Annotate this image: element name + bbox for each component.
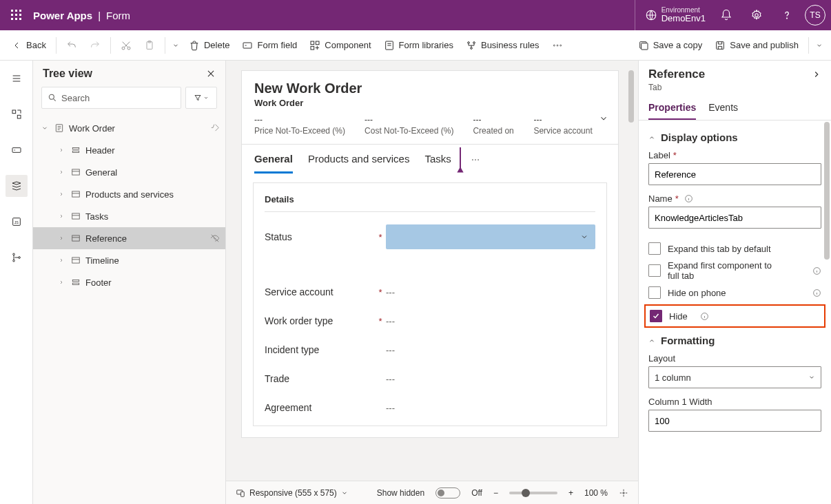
- waffle-icon[interactable]: [6, 4, 28, 26]
- col1-width-input[interactable]: [648, 410, 821, 432]
- business-rules-button[interactable]: Business rules: [460, 34, 545, 56]
- canvas-scrollbar[interactable]: [628, 70, 634, 475]
- tree-item-products[interactable]: Products and services: [33, 183, 225, 205]
- component-button[interactable]: Component: [304, 34, 376, 56]
- form-tab-tasks[interactable]: Tasks: [424, 146, 451, 174]
- stat-value: ---: [365, 115, 453, 125]
- field-value: ---: [386, 287, 595, 297]
- form-preview[interactable]: New Work Order Work Order ---Price Not-T…: [241, 70, 619, 438]
- responsive-label: Responsive (555 x 575): [249, 488, 337, 498]
- check-expand-first[interactable]: Expand first component to full tab: [648, 260, 821, 281]
- rail-js-icon[interactable]: JS: [6, 211, 28, 233]
- svg-point-11: [787, 18, 788, 19]
- svg-point-21: [468, 41, 470, 43]
- tree-root-action-icon[interactable]: [210, 123, 220, 133]
- tree-filter-button[interactable]: [185, 87, 217, 109]
- info-icon[interactable]: [812, 266, 821, 275]
- svg-rect-3: [11, 14, 13, 16]
- section-details[interactable]: Details Status * Service account*--- Wor…: [253, 182, 607, 426]
- back-button[interactable]: Back: [6, 34, 52, 56]
- save-menu-caret[interactable]: [813, 34, 825, 56]
- svg-rect-46: [72, 258, 80, 263]
- info-icon[interactable]: [700, 312, 709, 321]
- stat-value: ---: [254, 115, 345, 125]
- label-input[interactable]: [648, 163, 821, 185]
- props-tab-events[interactable]: Events: [708, 95, 738, 120]
- field-agreement[interactable]: Agreement---: [265, 402, 595, 413]
- zoom-slider[interactable]: [509, 492, 557, 494]
- help-icon[interactable]: [772, 0, 802, 30]
- info-icon[interactable]: [812, 288, 821, 297]
- zoom-in-button[interactable]: +: [568, 488, 573, 498]
- status-dropdown[interactable]: [386, 224, 595, 249]
- form-tab-general[interactable]: General: [254, 146, 293, 174]
- group-display-options[interactable]: Display options: [648, 132, 821, 143]
- rail-rules-icon[interactable]: [6, 246, 28, 269]
- delete-button[interactable]: Delete: [183, 34, 236, 56]
- layout-select[interactable]: 1 column: [648, 366, 821, 388]
- props-collapse-icon[interactable]: [812, 70, 821, 79]
- rail-form-field-icon[interactable]: [6, 139, 28, 161]
- notifications-icon[interactable]: [711, 0, 741, 30]
- props-tab-properties[interactable]: Properties: [648, 95, 696, 120]
- fit-to-screen-icon[interactable]: [619, 488, 628, 498]
- check-expand-default[interactable]: Expand this tab by default: [648, 242, 821, 255]
- environment-picker[interactable]: Environment DemoEnv1: [635, 0, 706, 30]
- group-formatting[interactable]: Formatting: [648, 335, 821, 346]
- tree-root[interactable]: Work Order: [33, 117, 225, 139]
- form-field-button[interactable]: Form field: [236, 34, 302, 56]
- tree-item-header[interactable]: Header: [33, 139, 225, 161]
- name-input[interactable]: [648, 207, 821, 229]
- save-publish-button[interactable]: Save and publish: [709, 34, 804, 56]
- field-value: ---: [386, 374, 595, 384]
- cut-button[interactable]: [115, 34, 137, 56]
- tree-item-timeline[interactable]: Timeline: [33, 249, 225, 271]
- redo-button[interactable]: [84, 34, 106, 56]
- rail-components-icon[interactable]: [6, 103, 28, 125]
- field-service-account[interactable]: Service account*---: [265, 286, 595, 297]
- user-avatar[interactable]: TS: [805, 5, 825, 25]
- tree-item-tasks[interactable]: Tasks: [33, 205, 225, 227]
- props-scrollbar[interactable]: [824, 122, 830, 260]
- settings-icon[interactable]: [741, 0, 772, 30]
- tree-search-input[interactable]: Search: [41, 87, 181, 109]
- field-work-order-type[interactable]: Work order type*---: [265, 315, 595, 326]
- show-hidden-toggle[interactable]: [435, 487, 460, 498]
- paste-button[interactable]: [138, 34, 161, 56]
- overflow-button[interactable]: [546, 34, 568, 56]
- header-expand-icon[interactable]: [599, 114, 608, 123]
- section-title: Details: [265, 191, 595, 212]
- tree-item-general[interactable]: General: [33, 161, 225, 183]
- zoom-percent: 100 %: [584, 488, 608, 498]
- props-title: Reference: [648, 67, 705, 81]
- tree-close-icon[interactable]: [206, 69, 216, 78]
- tree-item-reference[interactable]: Reference: [33, 227, 225, 249]
- form-libraries-label: Form libraries: [399, 40, 453, 50]
- svg-rect-4: [15, 14, 17, 16]
- tree-item-footer[interactable]: Footer: [33, 271, 225, 293]
- rail-tree-icon[interactable]: [6, 175, 28, 197]
- save-copy-button[interactable]: Save a copy: [633, 34, 708, 56]
- field-incident-type[interactable]: Incident type---: [265, 344, 595, 355]
- info-icon[interactable]: [684, 194, 693, 203]
- responsive-indicator[interactable]: Responsive (555 x 575): [236, 488, 348, 498]
- form-tab-products[interactable]: Products and services: [308, 146, 410, 174]
- form-tabs: General Products and services Tasks: [242, 144, 618, 174]
- undo-button[interactable]: [61, 34, 83, 56]
- more-actions-caret[interactable]: [170, 34, 182, 56]
- svg-rect-45: [72, 235, 80, 241]
- check-hide[interactable]: Hide: [650, 310, 820, 322]
- tree-panel: Tree view Search Work Order Header Gener…: [33, 61, 226, 504]
- field-label: Status: [265, 231, 375, 242]
- form-libraries-button[interactable]: Form libraries: [378, 34, 459, 56]
- field-value: ---: [386, 316, 595, 326]
- field-trade[interactable]: Trade---: [265, 373, 595, 384]
- zoom-out-button[interactable]: −: [493, 488, 498, 498]
- tree-item-label: Tasks: [85, 211, 220, 222]
- svg-point-38: [49, 94, 54, 99]
- field-status[interactable]: Status *: [265, 224, 595, 249]
- rail-hamburger-icon[interactable]: [6, 67, 28, 90]
- form-tabs-overflow[interactable]: [466, 151, 484, 169]
- check-hide-phone[interactable]: Hide on phone: [648, 286, 821, 299]
- avatar-initials: TS: [810, 10, 820, 20]
